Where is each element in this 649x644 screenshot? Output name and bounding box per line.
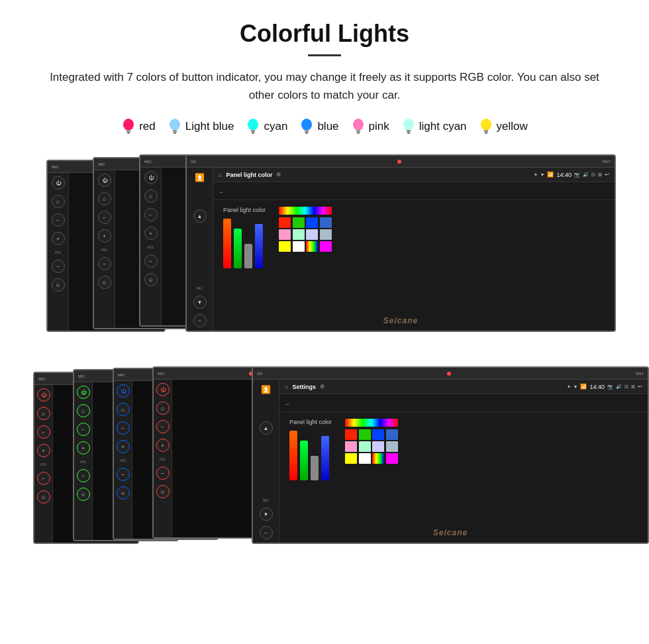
svg-point-15 (403, 119, 414, 131)
svg-rect-14 (357, 133, 360, 134)
color-item-yellow: yellow (479, 117, 528, 136)
svg-rect-1 (126, 130, 130, 133)
time-display: 14:40 (556, 172, 572, 178)
settings-label: Panel light color (226, 172, 272, 178)
device-card-main-1: SD RST ⏫ ▲ SEL ▼ − (185, 154, 616, 332)
color-label-blue: blue (317, 120, 338, 133)
svg-rect-8 (252, 133, 254, 134)
svg-rect-2 (127, 133, 130, 134)
svg-rect-10 (305, 130, 309, 133)
color-item-cyan: cyan (246, 117, 287, 136)
svg-point-0 (123, 119, 134, 131)
svg-rect-7 (251, 130, 255, 133)
device-group-2: MIC ⏻ ⌂ ← + VOL − ☺ (26, 366, 623, 565)
bulb-icon-red (121, 117, 136, 136)
bulb-icon-lightcyan (401, 117, 416, 136)
color-item-pink: pink (351, 117, 389, 136)
color-label-yellow: yellow (497, 120, 528, 133)
svg-rect-13 (356, 130, 360, 133)
page-container: Colorful Lights Integrated with 7 colors… (0, 0, 649, 605)
svg-point-6 (248, 119, 258, 131)
svg-rect-17 (407, 133, 410, 134)
bulb-icon-cyan (246, 117, 260, 136)
color-item-red: red (121, 117, 156, 136)
svg-point-9 (301, 119, 312, 131)
svg-rect-11 (305, 133, 308, 134)
svg-rect-5 (174, 133, 176, 134)
device-card-b4: MIC ⏻ ⌂ ← + VOL − ☺ (152, 366, 258, 539)
color-label-cyan: cyan (264, 120, 287, 133)
device-stack-bottom: MIC ⏻ ⌂ ← + VOL − ☺ (26, 366, 623, 565)
time-display-2: 14:40 (589, 384, 605, 390)
header-section: Colorful Lights Integrated with 7 colors… (26, 20, 623, 104)
main-title: Colorful Lights (26, 20, 623, 48)
svg-rect-16 (407, 130, 411, 133)
panel-title: Panel light color (223, 207, 266, 213)
device-stack-top: MIC ⏻ ⌂ ← + VOL − ☺ (26, 154, 623, 353)
watermark-2: Seicane (433, 528, 468, 537)
bulb-icon-lightblue (168, 117, 182, 136)
svg-rect-19 (484, 130, 488, 133)
color-item-lightblue: Light blue (168, 117, 234, 136)
color-label-pink: pink (369, 120, 389, 133)
color-label-red: red (139, 120, 156, 133)
svg-point-3 (170, 119, 180, 131)
watermark-1: Seicane (383, 316, 418, 325)
color-item-lightcyan: light cyan (401, 117, 467, 136)
svg-rect-4 (173, 130, 177, 133)
color-item-blue: blue (299, 117, 338, 136)
device-card-main-2: SD RST ⏫ ▲ SEL ▼ − (252, 366, 649, 544)
svg-point-12 (353, 119, 364, 131)
color-label-lightblue: Light blue (185, 120, 234, 133)
description-text: Integrated with 7 colors of button indic… (43, 68, 606, 104)
bulb-icon-yellow (479, 117, 493, 136)
svg-rect-20 (485, 133, 487, 134)
color-indicators: red Light blue cyan (26, 117, 623, 136)
bulb-icon-pink (351, 117, 366, 136)
bulb-icon-blue (299, 117, 314, 136)
svg-point-18 (481, 119, 491, 131)
color-label-lightcyan: light cyan (419, 120, 467, 133)
title-divider (308, 54, 341, 56)
device-group-1: MIC ⏻ ⌂ ← + VOL − ☺ (26, 154, 623, 353)
